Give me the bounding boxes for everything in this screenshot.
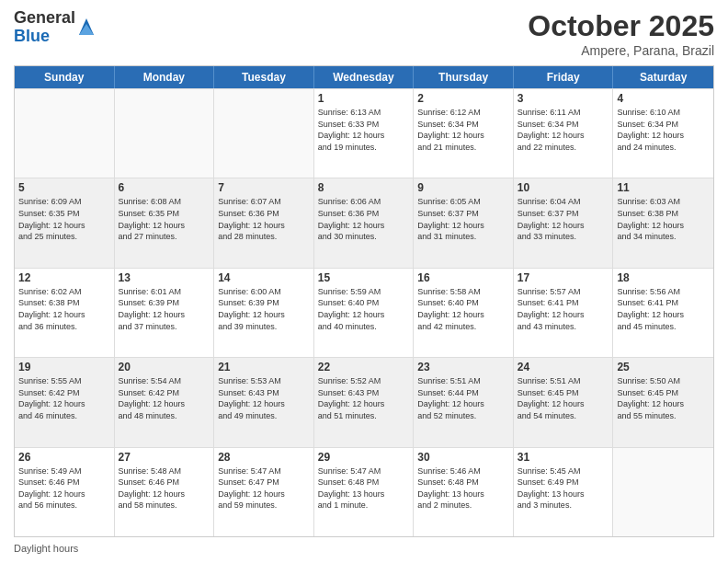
cell-info: Sunrise: 5:57 AM Sunset: 6:41 PM Dayligh…	[518, 286, 609, 332]
day-number: 30	[417, 451, 509, 464]
calendar-week-row: 19Sunrise: 5:55 AM Sunset: 6:42 PM Dayli…	[15, 357, 713, 446]
cell-info: Sunrise: 6:04 AM Sunset: 6:37 PM Dayligh…	[518, 196, 609, 242]
cell-info: Sunrise: 5:46 AM Sunset: 6:48 PM Dayligh…	[417, 465, 509, 511]
day-number: 16	[417, 271, 509, 284]
cell-info: Sunrise: 5:52 AM Sunset: 6:43 PM Dayligh…	[318, 375, 410, 421]
day-number: 14	[218, 271, 310, 284]
cell-info: Sunrise: 6:03 AM Sunset: 6:38 PM Dayligh…	[617, 196, 710, 242]
calendar-cell: 16Sunrise: 5:58 AM Sunset: 6:40 PM Dayli…	[414, 269, 514, 357]
cell-info: Sunrise: 6:10 AM Sunset: 6:34 PM Dayligh…	[617, 107, 710, 153]
day-number: 19	[18, 361, 110, 373]
calendar-cell: 19Sunrise: 5:55 AM Sunset: 6:42 PM Dayli…	[15, 358, 115, 446]
cell-info: Sunrise: 5:45 AM Sunset: 6:49 PM Dayligh…	[518, 465, 609, 511]
calendar-cell: 27Sunrise: 5:48 AM Sunset: 6:46 PM Dayli…	[115, 448, 215, 536]
day-number: 21	[218, 361, 310, 373]
calendar-cell: 2Sunrise: 6:12 AM Sunset: 6:34 PM Daylig…	[414, 89, 514, 178]
day-number: 4	[617, 92, 710, 105]
calendar-cell: 4Sunrise: 6:10 AM Sunset: 6:34 PM Daylig…	[613, 89, 713, 178]
day-number: 7	[218, 181, 310, 194]
cell-info: Sunrise: 5:51 AM Sunset: 6:45 PM Dayligh…	[518, 375, 609, 421]
header: General Blue October 2025 Ampere, Parana…	[14, 9, 714, 58]
calendar-week-row: 5Sunrise: 6:09 AM Sunset: 6:35 PM Daylig…	[15, 178, 713, 267]
cell-info: Sunrise: 5:50 AM Sunset: 6:45 PM Dayligh…	[617, 375, 710, 421]
cell-info: Sunrise: 6:00 AM Sunset: 6:39 PM Dayligh…	[218, 286, 310, 332]
calendar-cell: 25Sunrise: 5:50 AM Sunset: 6:45 PM Dayli…	[613, 358, 713, 446]
day-number: 28	[218, 451, 310, 464]
logo: General Blue	[14, 9, 96, 46]
day-number: 20	[119, 361, 210, 373]
calendar-cell: 3Sunrise: 6:11 AM Sunset: 6:34 PM Daylig…	[514, 89, 614, 178]
day-number: 5	[18, 181, 110, 194]
svg-marker-1	[79, 24, 94, 35]
calendar-cell: 31Sunrise: 5:45 AM Sunset: 6:49 PM Dayli…	[514, 448, 614, 536]
calendar-cell: 23Sunrise: 5:51 AM Sunset: 6:44 PM Dayli…	[414, 358, 514, 446]
day-number: 10	[518, 181, 609, 194]
cell-info: Sunrise: 6:01 AM Sunset: 6:39 PM Dayligh…	[119, 286, 210, 332]
day-number: 2	[417, 92, 509, 105]
location: Ampere, Parana, Brazil	[528, 43, 714, 58]
cell-info: Sunrise: 6:07 AM Sunset: 6:36 PM Dayligh…	[218, 196, 310, 242]
cell-info: Sunrise: 5:51 AM Sunset: 6:44 PM Dayligh…	[417, 375, 509, 421]
calendar-cell: 15Sunrise: 5:59 AM Sunset: 6:40 PM Dayli…	[314, 269, 415, 357]
calendar-cell: 18Sunrise: 5:56 AM Sunset: 6:41 PM Dayli…	[613, 269, 713, 357]
day-number: 25	[617, 361, 710, 373]
calendar-week-row: 26Sunrise: 5:49 AM Sunset: 6:46 PM Dayli…	[15, 447, 713, 536]
cell-info: Sunrise: 5:56 AM Sunset: 6:41 PM Dayligh…	[617, 286, 710, 332]
cell-info: Sunrise: 6:02 AM Sunset: 6:38 PM Dayligh…	[18, 286, 110, 332]
cell-info: Sunrise: 6:05 AM Sunset: 6:37 PM Dayligh…	[417, 196, 509, 242]
footer: Daylight hours	[14, 543, 714, 554]
cell-info: Sunrise: 5:48 AM Sunset: 6:46 PM Dayligh…	[119, 465, 210, 511]
calendar-cell: 1Sunrise: 6:13 AM Sunset: 6:33 PM Daylig…	[314, 89, 415, 178]
calendar: SundayMondayTuesdayWednesdayThursdayFrid…	[14, 65, 714, 537]
cell-info: Sunrise: 6:13 AM Sunset: 6:33 PM Dayligh…	[318, 107, 410, 153]
cell-info: Sunrise: 6:06 AM Sunset: 6:36 PM Dayligh…	[318, 196, 410, 242]
day-number: 24	[518, 361, 609, 373]
calendar-week-row: 1Sunrise: 6:13 AM Sunset: 6:33 PM Daylig…	[15, 88, 713, 178]
calendar-cell: 14Sunrise: 6:00 AM Sunset: 6:39 PM Dayli…	[214, 269, 314, 357]
cell-info: Sunrise: 6:08 AM Sunset: 6:35 PM Dayligh…	[119, 196, 210, 242]
cell-info: Sunrise: 5:49 AM Sunset: 6:46 PM Dayligh…	[18, 465, 110, 511]
calendar-cell: 21Sunrise: 5:53 AM Sunset: 6:43 PM Dayli…	[214, 358, 314, 446]
cell-info: Sunrise: 5:59 AM Sunset: 6:40 PM Dayligh…	[318, 286, 410, 332]
cell-info: Sunrise: 5:53 AM Sunset: 6:43 PM Dayligh…	[218, 375, 310, 421]
calendar-cell: 20Sunrise: 5:54 AM Sunset: 6:42 PM Dayli…	[115, 358, 215, 446]
calendar-cell: 8Sunrise: 6:06 AM Sunset: 6:36 PM Daylig…	[314, 178, 415, 267]
page: General Blue October 2025 Ampere, Parana…	[0, 0, 728, 563]
calendar-cell: 5Sunrise: 6:09 AM Sunset: 6:35 PM Daylig…	[15, 178, 115, 267]
calendar-header: SundayMondayTuesdayWednesdayThursdayFrid…	[15, 66, 713, 88]
calendar-cell	[115, 89, 215, 178]
day-of-week-header: Tuesday	[214, 66, 314, 88]
logo-icon	[77, 17, 96, 39]
calendar-week-row: 12Sunrise: 6:02 AM Sunset: 6:38 PM Dayli…	[15, 268, 713, 357]
calendar-cell: 7Sunrise: 6:07 AM Sunset: 6:36 PM Daylig…	[214, 178, 314, 267]
cell-info: Sunrise: 5:47 AM Sunset: 6:47 PM Dayligh…	[218, 465, 310, 511]
calendar-body: 1Sunrise: 6:13 AM Sunset: 6:33 PM Daylig…	[15, 88, 713, 536]
day-number: 29	[318, 451, 410, 464]
cell-info: Sunrise: 5:58 AM Sunset: 6:40 PM Dayligh…	[417, 286, 509, 332]
calendar-cell	[15, 89, 115, 178]
day-number: 13	[119, 271, 210, 284]
day-of-week-header: Wednesday	[314, 66, 415, 88]
calendar-cell: 6Sunrise: 6:08 AM Sunset: 6:35 PM Daylig…	[115, 178, 215, 267]
calendar-cell	[214, 89, 314, 178]
day-of-week-header: Thursday	[414, 66, 514, 88]
calendar-cell: 29Sunrise: 5:47 AM Sunset: 6:48 PM Dayli…	[314, 448, 415, 536]
calendar-cell: 30Sunrise: 5:46 AM Sunset: 6:48 PM Dayli…	[414, 448, 514, 536]
day-number: 23	[417, 361, 509, 373]
calendar-cell: 26Sunrise: 5:49 AM Sunset: 6:46 PM Dayli…	[15, 448, 115, 536]
day-of-week-header: Monday	[115, 66, 215, 88]
calendar-cell: 12Sunrise: 6:02 AM Sunset: 6:38 PM Dayli…	[15, 269, 115, 357]
cell-info: Sunrise: 6:11 AM Sunset: 6:34 PM Dayligh…	[518, 107, 609, 153]
day-number: 31	[518, 451, 609, 464]
day-number: 11	[617, 181, 710, 194]
month-title: October 2025	[528, 9, 714, 43]
calendar-cell: 11Sunrise: 6:03 AM Sunset: 6:38 PM Dayli…	[613, 178, 713, 267]
cell-info: Sunrise: 5:47 AM Sunset: 6:48 PM Dayligh…	[318, 465, 410, 511]
day-of-week-header: Saturday	[613, 66, 713, 88]
logo-general: General	[14, 9, 75, 28]
day-number: 12	[18, 271, 110, 284]
cell-info: Sunrise: 6:09 AM Sunset: 6:35 PM Dayligh…	[18, 196, 110, 242]
calendar-cell	[613, 448, 713, 536]
calendar-cell: 22Sunrise: 5:52 AM Sunset: 6:43 PM Dayli…	[314, 358, 415, 446]
calendar-cell: 13Sunrise: 6:01 AM Sunset: 6:39 PM Dayli…	[115, 269, 215, 357]
